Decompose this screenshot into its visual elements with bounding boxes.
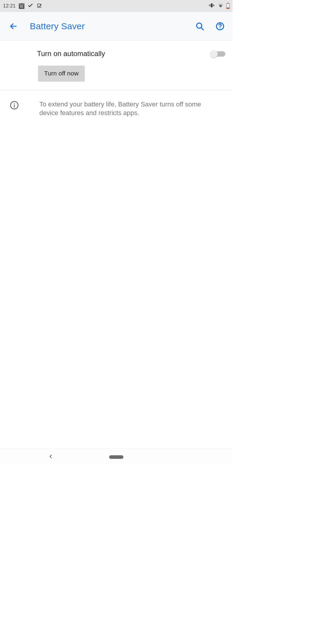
status-right xyxy=(208,2,230,10)
info-icon xyxy=(7,100,19,111)
status-left: 12:21 31 xyxy=(3,2,42,10)
search-button[interactable] xyxy=(194,20,206,32)
wifi-icon xyxy=(217,2,224,10)
status-time: 12:21 xyxy=(3,3,16,9)
svg-rect-1 xyxy=(211,3,213,7)
help-button[interactable] xyxy=(214,20,226,32)
info-row: To extend your battery life, Battery Sav… xyxy=(0,90,233,123)
nav-back-button[interactable] xyxy=(48,453,54,461)
switch-thumb xyxy=(210,50,218,58)
turn-off-now-button[interactable]: Turn off now xyxy=(38,66,85,81)
turn-on-automatically-label: Turn on automatically xyxy=(37,49,105,58)
page-title: Battery Saver xyxy=(30,21,85,31)
svg-point-11 xyxy=(14,103,15,104)
svg-rect-4 xyxy=(209,5,209,6)
info-text: To extend your battery life, Battery Sav… xyxy=(39,100,225,117)
app-bar-actions xyxy=(194,20,228,32)
back-button[interactable] xyxy=(5,18,22,35)
status-bar: 12:21 31 xyxy=(0,0,233,12)
calendar-icon: 31 xyxy=(19,3,24,9)
cup-icon xyxy=(36,2,42,10)
turn-on-automatically-row[interactable]: Turn on automatically xyxy=(0,41,233,66)
battery-low-icon xyxy=(226,3,230,9)
vibrate-icon xyxy=(208,2,215,10)
turn-on-automatically-switch[interactable] xyxy=(210,49,225,58)
content: Turn on automatically Turn off now To ex… xyxy=(0,41,233,448)
svg-rect-5 xyxy=(214,5,214,6)
nav-home-pill[interactable] xyxy=(109,455,123,459)
svg-rect-0 xyxy=(38,4,40,6)
svg-point-8 xyxy=(220,28,221,29)
svg-rect-3 xyxy=(213,4,214,6)
button-row: Turn off now xyxy=(0,66,233,90)
app-bar: Battery Saver xyxy=(0,12,233,41)
checkmark-icon xyxy=(27,2,33,10)
navigation-bar xyxy=(0,448,233,465)
svg-rect-2 xyxy=(210,4,210,6)
